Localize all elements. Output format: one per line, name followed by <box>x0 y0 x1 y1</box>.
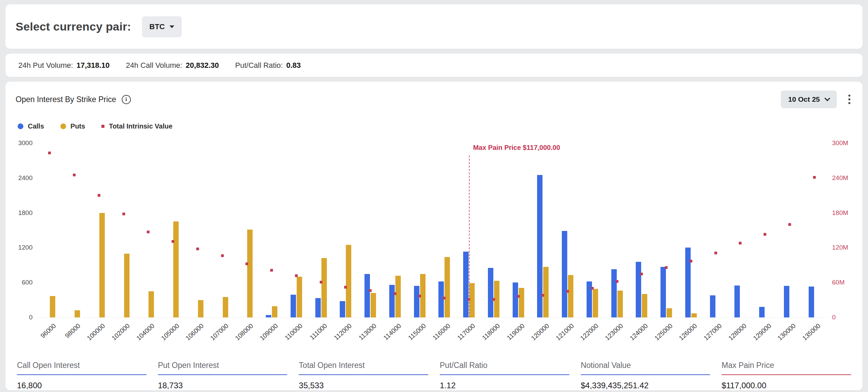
chart-header: Open Interest By Strike Price i 10 Oct 2… <box>16 91 852 108</box>
summary-stat-underline <box>581 374 710 375</box>
intrinsic-value-marker <box>172 240 174 243</box>
intrinsic-value-marker <box>690 260 692 262</box>
call-bar <box>562 231 567 317</box>
legend-swatch-icon <box>18 123 23 129</box>
expiry-date-value: 10 Oct 25 <box>788 95 820 103</box>
kebab-menu-icon[interactable] <box>846 93 852 106</box>
legend-label: Puts <box>71 122 85 130</box>
legend-item-puts[interactable]: Puts <box>60 122 85 130</box>
call-bar <box>809 287 814 317</box>
call-bar <box>636 262 641 317</box>
caret-down-icon <box>170 25 174 28</box>
put-bar <box>346 245 351 317</box>
put-bar <box>543 267 549 317</box>
put-bar <box>99 213 105 317</box>
intrinsic-value-marker <box>443 297 446 299</box>
call-bar <box>685 248 691 317</box>
summary-stat-value: 35,533 <box>299 381 428 390</box>
x-axis-label: 107000 <box>209 322 230 342</box>
intrinsic-value-marker <box>98 194 100 197</box>
y-axis-label-left: 1200 <box>18 244 33 251</box>
x-axis-label: 124000 <box>628 322 649 342</box>
x-axis-label: 106000 <box>184 322 205 342</box>
x-axis-label: 127000 <box>703 322 724 342</box>
chart-legend: CallsPutsTotal Intrinsic Value <box>16 122 852 130</box>
intrinsic-value-marker <box>369 289 372 292</box>
stats-bar-label: Put/Call Ratio: <box>235 61 283 70</box>
legend-label: Calls <box>28 122 44 130</box>
put-bar <box>519 288 524 317</box>
intrinsic-value-marker <box>739 242 742 244</box>
summary-stat-label: Put/Call Ratio <box>440 361 569 370</box>
put-bar <box>593 289 598 317</box>
intrinsic-value-marker <box>147 231 150 233</box>
stats-bar-value: 20,832.30 <box>186 61 219 70</box>
call-bar <box>291 295 296 317</box>
x-axis-label: 125000 <box>653 322 674 342</box>
x-axis-label: 123000 <box>604 322 625 342</box>
y-axis-label-right: 120M <box>832 244 848 251</box>
summary-stat-value: $117,000.00 <box>722 381 851 390</box>
summary-stat-label: Call Open Interest <box>17 361 146 370</box>
currency-pair-dropdown[interactable]: BTC <box>142 16 182 37</box>
intrinsic-value-marker <box>813 176 816 179</box>
put-bar <box>642 294 647 317</box>
x-axis-label: 98000 <box>64 322 82 340</box>
legend-item-calls[interactable]: Calls <box>18 122 44 130</box>
intrinsic-value-marker <box>665 266 668 269</box>
page: Select currency pair: BTC 24h Put Volume… <box>0 0 868 392</box>
put-bar <box>50 296 55 317</box>
stats-bar-item: Put/Call Ratio:0.83 <box>235 61 301 70</box>
intrinsic-value-marker <box>196 248 199 250</box>
put-bar <box>198 300 203 317</box>
info-icon[interactable]: i <box>122 95 131 104</box>
open-interest-card: Open Interest By Strike Price i 10 Oct 2… <box>5 82 863 390</box>
intrinsic-value-marker <box>566 290 569 293</box>
x-axis-label: 100000 <box>86 322 107 342</box>
intrinsic-value-marker <box>714 252 717 254</box>
legend-item-total-intrinsic-value[interactable]: Total Intrinsic Value <box>101 122 172 130</box>
intrinsic-value-marker <box>73 174 76 176</box>
put-bar <box>297 277 302 317</box>
intrinsic-value-marker <box>48 152 51 154</box>
intrinsic-value-marker <box>418 295 421 297</box>
summary-stat-underline <box>17 374 146 375</box>
intrinsic-value-marker <box>517 295 520 298</box>
legend-swatch-icon <box>101 125 104 128</box>
put-bar <box>568 275 573 317</box>
put-bar <box>617 291 623 317</box>
put-bar <box>371 293 376 317</box>
expiry-date-dropdown[interactable]: 10 Oct 25 <box>781 91 837 108</box>
stats-bar-item: 24h Put Volume:17,318.10 <box>18 61 110 70</box>
put-bar <box>124 254 130 317</box>
x-axis-label: 111000 <box>309 322 329 341</box>
put-bar <box>691 313 697 317</box>
summary-stat-underline <box>299 374 428 375</box>
y-axis-label-left: 0 <box>29 314 33 321</box>
chevron-down-icon <box>825 96 830 101</box>
put-bar <box>445 257 450 317</box>
intrinsic-value-marker <box>245 262 248 265</box>
stats-bar: 24h Put Volume:17,318.1024h Call Volume:… <box>18 61 301 70</box>
call-bar <box>266 315 271 317</box>
x-axis-label: 115000 <box>407 322 428 342</box>
summary-stat-value: 18,733 <box>158 381 288 390</box>
stats-bar-item: 24h Call Volume:20,832.30 <box>126 61 219 70</box>
x-axis-label: 114000 <box>382 322 403 342</box>
y-axis-label-right: 60M <box>832 279 845 286</box>
max-pain-label: Max Pain Price $117,000.00 <box>473 144 560 152</box>
call-bar <box>611 269 617 317</box>
volume-stats-card: 24h Put Volume:17,318.1024h Call Volume:… <box>5 54 863 77</box>
summary-stat-label: Total Open Interest <box>299 361 428 370</box>
x-axis-label: 109000 <box>258 322 279 342</box>
x-axis-label: 112000 <box>333 322 353 342</box>
put-bar <box>75 310 80 317</box>
chart-area: 9600098000100000102000104000105000106000… <box>16 136 852 343</box>
call-bar <box>463 252 469 317</box>
summary-stat-label: Notional Value <box>581 361 710 370</box>
x-axis-label: 110000 <box>283 322 304 342</box>
x-axis-label: 105000 <box>160 322 181 342</box>
y-axis-label-right: 0 <box>832 314 836 321</box>
intrinsic-value-marker <box>295 274 298 277</box>
summary-stat-value: $4,339,435,251.42 <box>581 381 710 390</box>
